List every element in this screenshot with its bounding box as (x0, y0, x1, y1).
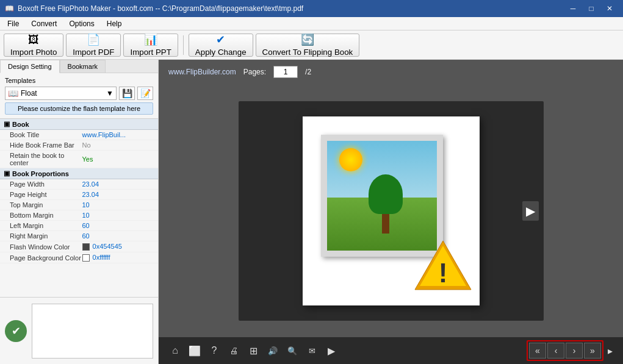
maximize-button[interactable]: □ (583, 2, 600, 15)
left-panel-bottom: ✔ (0, 297, 158, 364)
tree-row-page-height[interactable]: Page Height 23.04 (0, 190, 158, 200)
prop-value-right-margin: 60 (82, 232, 155, 240)
tab-design-setting[interactable]: Design Setting (0, 60, 60, 73)
next-page-button[interactable]: › (566, 343, 583, 359)
convert-icon: 🔄 (301, 33, 314, 46)
import-ppt-button[interactable]: 📊 Import PPT (123, 34, 178, 57)
prop-label-bottom-margin: Bottom Margin (10, 212, 82, 219)
tree-row-hide-frame[interactable]: Hide Book Frame Bar No (0, 140, 158, 151)
section-proportions-toggle-icon: ▣ (4, 170, 10, 177)
pages-total: /2 (305, 68, 311, 76)
tree-row-right-margin[interactable]: Right Margin 60 (0, 231, 158, 241)
print-button[interactable]: 🖨 (225, 341, 243, 360)
tree-row-window-color[interactable]: Flash Window Color 0x454545 (0, 241, 158, 252)
grid-button[interactable]: ⊞ (244, 341, 262, 360)
menu-help[interactable]: Help (102, 18, 127, 29)
tree-row-left-margin[interactable]: Left Margin 60 (0, 221, 158, 231)
first-page-button[interactable]: « (529, 343, 546, 359)
play-button[interactable]: ▶ (322, 341, 340, 360)
template-select[interactable]: 📖 Float ▼ (5, 87, 117, 100)
prop-value-bottom-margin: 10 (82, 212, 155, 219)
template-book-icon: 📖 (8, 88, 18, 98)
menu-bar: File Convert Options Help (0, 17, 623, 30)
prop-label-hide-frame: Hide Book Frame Bar (10, 141, 82, 149)
prop-value-hide-frame: No (82, 141, 155, 149)
tree-row-retain-center[interactable]: Retain the book to center Yes (0, 151, 158, 168)
prop-label-page-height: Page Height (10, 191, 82, 198)
tree-row-bottom-margin[interactable]: Bottom Margin 10 (0, 210, 158, 221)
import-photo-button[interactable]: 🖼 Import Photo (4, 34, 63, 57)
warning-badge: ! (412, 238, 474, 293)
prop-value-book-title: www.FlipBuil... (82, 131, 155, 138)
right-panel: www.FlipBuilder.com Pages: /2 (159, 60, 623, 364)
home-button[interactable]: ⌂ (166, 341, 184, 360)
prop-value-window-color: 0x454545 (82, 243, 155, 251)
template-row: 📖 Float ▼ 💾 📝 (5, 87, 153, 100)
template-name: Float (21, 89, 37, 98)
apply-change-button[interactable]: ✔ Apply Change (189, 34, 253, 57)
prop-label-bg-color: Page Background Color (10, 254, 82, 262)
tab-bookmark[interactable]: Bookmark (60, 60, 106, 73)
minimize-button[interactable]: ─ (564, 2, 582, 15)
prev-page-button[interactable]: ‹ (547, 343, 564, 359)
section-proportions-label: Book Proportions (12, 170, 69, 177)
prop-value-retain-center: Yes (82, 155, 155, 163)
edit-icon: 📝 (140, 88, 151, 98)
zoom-button[interactable]: 🔍 (283, 341, 301, 360)
tree-row-page-width[interactable]: Page Width 23.04 (0, 179, 158, 190)
left-panel: Design Setting Bookmark Templates 📖 Floa… (0, 60, 159, 364)
prop-label-window-color: Flash Window Color (10, 243, 82, 251)
import-pdf-label: Import PDF (73, 48, 114, 57)
section-book-label: Book (12, 121, 29, 128)
current-page-input[interactable] (273, 66, 298, 78)
help-button[interactable]: ? (205, 341, 223, 360)
main-layout: Design Setting Bookmark Templates 📖 Floa… (0, 60, 623, 364)
svg-text:!: ! (438, 258, 447, 288)
app-icon: 📖 (5, 4, 14, 13)
window-title: Boxoft Free FlipPhoto Maker - boxoft.com… (18, 4, 303, 13)
window-color-swatch (82, 243, 90, 251)
import-pdf-button[interactable]: 📄 Import PDF (66, 34, 121, 57)
more-button[interactable]: ▸ (605, 341, 616, 360)
import-pdf-icon: 📄 (87, 33, 100, 46)
email-button[interactable]: ✉ (303, 341, 321, 360)
thumbnail-preview (32, 304, 153, 359)
save-icon: 💾 (122, 88, 132, 98)
last-page-button[interactable]: » (584, 343, 601, 359)
import-photo-label: Import Photo (10, 48, 57, 57)
properties-tree: ▣ Book Book Title www.FlipBuil... Hide B… (0, 119, 158, 297)
template-edit-button[interactable]: 📝 (137, 87, 153, 100)
title-bar: 📖 Boxoft Free FlipPhoto Maker - boxoft.c… (0, 0, 623, 17)
thumbnail-button[interactable]: ⬜ (185, 341, 204, 360)
templates-section: Templates 📖 Float ▼ 💾 📝 Please customize… (0, 73, 158, 119)
audio-button[interactable]: 🔊 (264, 341, 282, 360)
convert-button[interactable]: 🔄 Convert To Flipping Book (256, 34, 360, 57)
next-page-arrow[interactable]: ▶ (522, 201, 539, 221)
prop-label-top-margin: Top Margin (10, 201, 82, 209)
section-book-toggle-icon: ▣ (4, 120, 10, 128)
close-button[interactable]: ✕ (601, 2, 618, 15)
menu-options[interactable]: Options (64, 18, 99, 29)
viewer-url: www.FlipBuilder.com (168, 68, 236, 76)
prop-value-left-margin: 60 (82, 222, 155, 229)
prop-label-page-width: Page Width (10, 180, 82, 188)
tree-row-top-margin[interactable]: Top Margin 10 (0, 200, 158, 210)
viewer-header: www.FlipBuilder.com Pages: /2 (159, 60, 623, 84)
tree-row-book-title[interactable]: Book Title www.FlipBuil... (0, 130, 158, 140)
prop-label-book-title: Book Title (10, 131, 82, 138)
import-ppt-label: Import PPT (130, 48, 171, 57)
tree-row-bg-color[interactable]: Page Background Color 0xffffff (0, 252, 158, 263)
template-save-button[interactable]: 💾 (119, 87, 135, 100)
section-proportions[interactable]: ▣ Book Proportions (0, 168, 158, 179)
prop-label-left-margin: Left Margin (10, 222, 82, 229)
book-page: ! (303, 116, 480, 305)
thumbnail-icon: ✔ (5, 320, 27, 342)
customize-button[interactable]: Please customize the flash template here (5, 102, 153, 115)
section-book[interactable]: ▣ Book (0, 119, 158, 130)
import-ppt-icon: 📊 (144, 33, 157, 46)
panel-tabs: Design Setting Bookmark (0, 60, 158, 73)
menu-convert[interactable]: Convert (26, 18, 62, 29)
convert-label: Convert To Flipping Book (262, 48, 353, 57)
menu-file[interactable]: File (2, 18, 24, 29)
viewer-area: ! ▶ (159, 84, 623, 337)
